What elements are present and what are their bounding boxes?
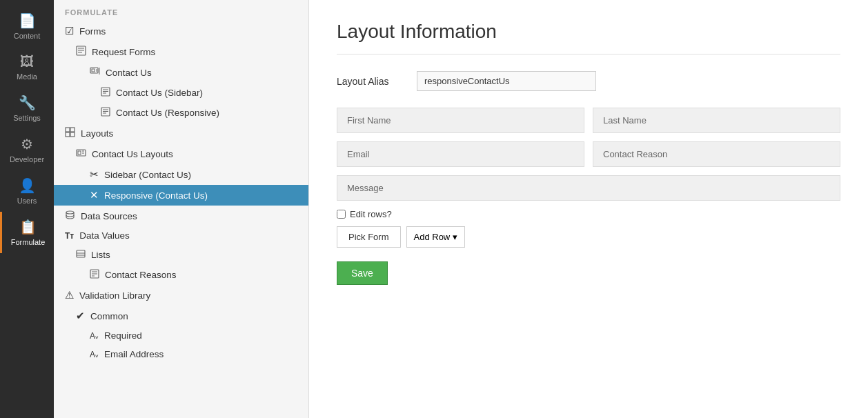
- responsive-contact-us-icon: ✕: [90, 189, 99, 201]
- media-icon: 🖼: [20, 54, 34, 70]
- nav-media-label: Media: [17, 72, 37, 81]
- contact-us-icon: [90, 66, 100, 79]
- sidebar-item-contact-us-layouts[interactable]: Contact Us Layouts: [54, 143, 308, 164]
- add-row-button[interactable]: Add Row ▾: [406, 226, 466, 248]
- common-icon: ✔: [76, 310, 85, 322]
- nav-content-label: Content: [14, 32, 41, 40]
- sidebar-item-request-forms[interactable]: Request Forms: [54, 41, 308, 62]
- data-values-icon: Tт: [65, 231, 74, 241]
- form-grid-row1: First Name Last Name: [337, 108, 840, 133]
- validation-library-icon: ⚠: [65, 289, 74, 301]
- edit-rows-label: Edit rows?: [350, 209, 392, 219]
- sidebar-item-lists-label: Lists: [91, 250, 110, 260]
- contact-reasons-icon: [90, 269, 99, 281]
- sidebar-item-required[interactable]: Aᵥ Required: [54, 326, 308, 345]
- svg-rect-18: [70, 128, 75, 132]
- sidebar-item-contact-reasons[interactable]: Contact Reasons: [54, 265, 308, 285]
- svg-rect-26: [77, 250, 85, 257]
- edit-rows-checkbox[interactable]: [337, 210, 346, 219]
- layout-alias-label: Layout Alias: [337, 76, 406, 87]
- sidebar-item-contact-us-layouts-label: Contact Us Layouts: [92, 149, 173, 159]
- main-content: Layout Information Layout Alias First Na…: [309, 0, 868, 418]
- sidebar-item-contact-us-responsive[interactable]: Contact Us (Responsive): [54, 103, 308, 123]
- sidebar-item-data-sources-label: Data Sources: [81, 211, 137, 221]
- first-name-field: First Name: [337, 108, 584, 133]
- developer-icon: ⚙: [21, 136, 33, 152]
- form-grid-row2: Email Contact Reason: [337, 141, 840, 167]
- sidebar: FORMULATE ☑ Forms Request Forms Cont: [54, 0, 309, 418]
- sidebar-contact-us-icon: ✂: [90, 168, 99, 181]
- icon-nav: 📄 Content 🖼 Media 🔧 Settings ⚙ Developer…: [0, 0, 54, 418]
- contact-us-layouts-icon: [76, 148, 86, 160]
- users-icon: 👤: [19, 177, 36, 194]
- nav-users-label: Users: [17, 197, 37, 205]
- sidebar-item-responsive-contact-us[interactable]: ✕ Responsive (Contact Us): [54, 185, 308, 206]
- svg-rect-22: [78, 151, 81, 155]
- page-title: Layout Information: [337, 21, 840, 54]
- sidebar-item-contact-us-sidebar-label: Contact Us (Sidebar): [116, 88, 203, 98]
- email-field: Email: [337, 141, 584, 167]
- sidebar-item-lists[interactable]: Lists: [54, 245, 308, 265]
- svg-rect-5: [92, 69, 95, 72]
- settings-icon: 🔧: [19, 94, 36, 111]
- sidebar-item-common-label: Common: [90, 311, 128, 321]
- message-field: Message: [337, 175, 840, 201]
- sidebar-item-validation-library[interactable]: ⚠ Validation Library: [54, 285, 308, 306]
- svg-rect-17: [66, 128, 70, 132]
- forms-icon: ☑: [65, 25, 74, 37]
- sidebar-item-request-forms-label: Request Forms: [92, 47, 155, 57]
- contact-us-responsive-icon: [101, 107, 110, 119]
- btn-row: Pick Form Add Row ▾: [337, 226, 840, 248]
- layouts-icon: [65, 127, 75, 139]
- nav-users[interactable]: 👤 Users: [0, 170, 54, 212]
- sidebar-item-sidebar-contact-us-label: Sidebar (Contact Us): [104, 170, 191, 180]
- nav-formulate-label: Formulate: [11, 238, 46, 246]
- nav-settings-label: Settings: [13, 114, 41, 122]
- lists-icon: [76, 249, 86, 261]
- nav-content[interactable]: 📄 Content: [0, 6, 54, 47]
- svg-rect-19: [66, 132, 70, 137]
- contact-reason-field: Contact Reason: [593, 141, 840, 167]
- nav-formulate[interactable]: 📋 Formulate: [0, 212, 54, 253]
- sidebar-item-validation-library-label: Validation Library: [79, 290, 150, 301]
- data-sources-icon: [65, 210, 75, 222]
- email-address-icon: Aᵥ: [90, 350, 99, 359]
- request-forms-icon: [76, 46, 86, 58]
- required-icon: Aᵥ: [90, 331, 99, 341]
- contact-us-sidebar-icon: [101, 87, 110, 99]
- svg-rect-20: [70, 132, 75, 137]
- sidebar-item-common[interactable]: ✔ Common: [54, 306, 308, 326]
- sidebar-item-contact-reasons-label: Contact Reasons: [105, 270, 177, 280]
- sidebar-item-layouts-label: Layouts: [81, 128, 113, 139]
- sidebar-item-contact-us-sidebar[interactable]: Contact Us (Sidebar): [54, 83, 308, 103]
- nav-developer-label: Developer: [10, 155, 44, 163]
- sidebar-item-contact-us[interactable]: Contact Us: [54, 62, 308, 83]
- nav-media[interactable]: 🖼 Media: [0, 47, 54, 88]
- sidebar-item-data-values[interactable]: Tт Data Values: [54, 226, 308, 245]
- sidebar-item-contact-us-label: Contact Us: [106, 68, 152, 78]
- last-name-field: Last Name: [593, 108, 840, 133]
- sidebar-item-data-sources[interactable]: Data Sources: [54, 206, 308, 226]
- sidebar-item-required-label: Required: [104, 330, 142, 341]
- edit-rows-row: Edit rows?: [337, 209, 840, 219]
- sidebar-header: FORMULATE: [54, 0, 308, 21]
- add-row-chevron-icon: ▾: [453, 232, 457, 242]
- sidebar-item-forms-label: Forms: [79, 26, 106, 37]
- sidebar-item-layouts[interactable]: Layouts: [54, 123, 308, 143]
- save-button[interactable]: Save: [337, 261, 388, 285]
- sidebar-item-contact-us-responsive-label: Contact Us (Responsive): [116, 108, 219, 118]
- sidebar-item-email-address[interactable]: Aᵥ Email Address: [54, 345, 308, 364]
- layout-alias-row: Layout Alias: [337, 71, 840, 91]
- pick-form-button[interactable]: Pick Form: [337, 226, 401, 248]
- sidebar-item-sidebar-contact-us[interactable]: ✂ Sidebar (Contact Us): [54, 164, 308, 185]
- svg-point-25: [66, 211, 74, 214]
- add-row-label: Add Row: [414, 232, 451, 242]
- sidebar-item-responsive-contact-us-label: Responsive (Contact Us): [104, 190, 208, 201]
- content-icon: 📄: [19, 12, 36, 29]
- formulate-icon: 📋: [19, 219, 37, 235]
- sidebar-item-forms[interactable]: ☑ Forms: [54, 21, 308, 41]
- nav-developer[interactable]: ⚙ Developer: [0, 129, 54, 170]
- layout-alias-input[interactable]: [417, 71, 596, 91]
- sidebar-item-data-values-label: Data Values: [79, 230, 130, 241]
- nav-settings[interactable]: 🔧 Settings: [0, 88, 54, 129]
